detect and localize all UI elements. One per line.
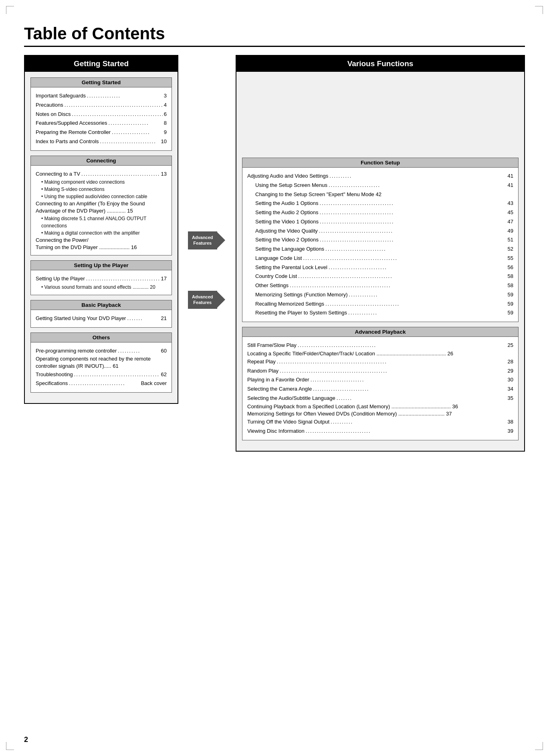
entry-setup-screen-menus: Using the Setup Screen Menus ...........…	[255, 181, 513, 190]
left-column: Getting Started Getting Started Importan…	[24, 55, 178, 411]
entry-tv: Connecting to a TV .....................…	[36, 170, 167, 179]
corner-mark-tr	[535, 6, 543, 14]
entry-resetting: Resetting the Player to System Settings …	[255, 308, 513, 318]
function-setup-content: Adjusting Audio and Video Settings .....…	[242, 168, 518, 322]
entry-still-frame: Still Frame/Slow Play ..................…	[247, 341, 513, 350]
arrow-head-2	[217, 292, 225, 308]
others-inner-header: Others	[31, 333, 172, 343]
others-inner-box: Others Pre-programming remote controller…	[30, 332, 172, 393]
advanced-features-label-2: AdvancedFeatures	[188, 291, 217, 309]
entry-video1: Setting the Video 1 Options ............…	[255, 217, 513, 227]
corner-mark-br	[535, 742, 543, 750]
entry-safeguards: Important Safeguards ............... 3	[36, 91, 167, 101]
entry-expert-mode: Changing to the Setup Screen "Expert" Me…	[255, 190, 513, 199]
entry-subtitle-lang: Selecting the Audio/Subtitle Language ..…	[247, 394, 513, 403]
setting-up-inner-header: Setting Up the Player	[31, 261, 172, 270]
entry-random: Random Play ............................…	[247, 367, 513, 376]
setting-up-content: Setting Up the Player ..................…	[31, 270, 172, 295]
entry-index-parts: Index to Parts and Controls ............…	[36, 137, 167, 146]
entry-lang-code: Language Code List .....................…	[255, 254, 513, 263]
title-divider	[24, 46, 525, 47]
advanced-playback-content: Still Frame/Slow Play ..................…	[242, 337, 518, 440]
connecting-inner-box: Connecting Connecting to a TV ..........…	[30, 156, 172, 256]
entry-locating: Locating a Specific Title/Folder/Chapter…	[247, 350, 513, 357]
entry-disc-info: Viewing Disc Information ...............…	[247, 427, 513, 436]
arrow-playback: AdvancedFeatures	[188, 291, 225, 309]
advanced-playback-inner-box: Advanced Playback Still Frame/Slow Play …	[242, 327, 519, 440]
getting-started-outer-header: Getting Started	[25, 56, 178, 72]
entry-parental: Setting the Parental Lock Level ........…	[255, 263, 513, 272]
entry-last-memory: Continuing Playback from a Specified Loc…	[247, 403, 513, 410]
entry-camera-angle: Selecting the Camera Angle .............…	[247, 385, 513, 394]
connecting-content: Connecting to a TV .....................…	[31, 166, 172, 255]
entry-preprogramming: Pre-programming remote controller ......…	[36, 347, 167, 356]
entry-condition-memory: Memorizing Settings for Often Viewed DVD…	[247, 410, 513, 418]
entry-setup-subs: Various sound formats and sound effects …	[41, 284, 167, 291]
entry-favorite-order: Playing in a Favorite Order ............…	[247, 375, 513, 385]
arrow-setup: AdvancedFeatures	[188, 231, 225, 249]
advanced-features-label-1: AdvancedFeatures	[188, 231, 217, 249]
function-setup-inner-header: Function Setup	[242, 158, 518, 168]
basic-playback-content: Getting Started Using Your DVD Player ..…	[31, 310, 172, 327]
basic-playback-inner-box: Basic Playback Getting Started Using You…	[30, 300, 172, 328]
top-spacer	[242, 77, 519, 158]
advanced-features-arrow-1: AdvancedFeatures	[188, 231, 225, 249]
advanced-features-arrow-2: AdvancedFeatures	[188, 291, 225, 309]
function-setup-sub-entries: Using the Setup Screen Menus ...........…	[255, 181, 513, 318]
basic-playback-inner-header: Basic Playback	[31, 300, 172, 310]
getting-started-inner-header: Getting Started	[31, 78, 172, 87]
entry-recalling: Recalling Memorized Settings ...........…	[255, 300, 513, 309]
entry-precautions: Precautions ............................…	[36, 101, 167, 110]
function-setup-inner-box: Function Setup Adjusting Audio and Video…	[242, 158, 519, 322]
entry-amplifier: Connecting to an Amplifier (To Enjoy the…	[36, 200, 167, 215]
connecting-inner-header: Connecting	[31, 156, 172, 166]
various-functions-outer-header: Various Functions	[236, 56, 524, 72]
entry-repeat: Repeat Play ............................…	[247, 357, 513, 367]
entry-features: Features/Supplied Accessories ..........…	[36, 119, 167, 128]
advanced-playback-inner-header: Advanced Playback	[242, 327, 518, 337]
setting-up-inner-box: Setting Up the Player Setting Up the Pla…	[30, 260, 172, 295]
getting-started-outer-box: Getting Started Getting Started Importan…	[24, 55, 178, 404]
entry-troubleshooting: Troubleshooting ........................…	[36, 370, 167, 379]
entry-setup-player: Setting Up the Player ..................…	[36, 274, 167, 284]
entry-tv-subs: Making component video connections Makin…	[41, 178, 167, 200]
right-column: Various Functions Function Setup Adjusti…	[236, 55, 525, 459]
arrow-head-1	[217, 232, 225, 248]
entry-language: Setting the Language Options ...........…	[255, 245, 513, 254]
corner-mark-bl	[6, 742, 14, 750]
page-number: 2	[24, 736, 28, 744]
entry-power: Connecting the Power/Turning on the DVD …	[36, 237, 167, 251]
entry-memorizing: Memorizing Settings (Function Memory) ..…	[255, 290, 513, 300]
entry-specifications: Specifications .........................…	[36, 379, 167, 388]
entry-getting-started-dvd: Getting Started Using Your DVD Player ..…	[36, 314, 167, 323]
entry-audio2: Setting the Audio 2 Options ............…	[255, 208, 513, 217]
entry-remote: Preparing the Remote Controller ........…	[36, 128, 167, 137]
various-functions-outer-box: Various Functions Function Setup Adjusti…	[236, 55, 525, 452]
entry-country-code: Country Code List ......................…	[255, 272, 513, 281]
entry-notes-discs: Notes on Discs .........................…	[36, 110, 167, 119]
entry-amplifier-subs: Making discrete 5.1 channel ANALOG OUTPU…	[41, 215, 167, 237]
getting-started-content: Important Safeguards ............... 3 P…	[31, 87, 172, 150]
entry-operating: Operating components not reached by the …	[36, 355, 167, 370]
page-title: Table of Contents	[24, 24, 525, 43]
entry-audio1: Setting the Audio 1 Options ............…	[255, 199, 513, 208]
entry-video2: Setting the Video 2 Options ............…	[255, 235, 513, 245]
various-functions-outer-body: Function Setup Adjusting Audio and Video…	[236, 72, 524, 451]
getting-started-outer-body: Getting Started Important Safeguards ...…	[25, 72, 178, 403]
others-content: Pre-programming remote controller ......…	[31, 343, 172, 393]
entry-video-signal-off: Turning Off the Video Signal Output ....…	[247, 418, 513, 427]
entry-video-quality: Adjusting the Video Quality ............…	[255, 227, 513, 236]
corner-mark-tl	[6, 6, 14, 14]
entry-adjusting-av: Adjusting Audio and Video Settings .....…	[247, 172, 513, 181]
entry-other-settings: Other Settings .........................…	[255, 281, 513, 290]
getting-started-inner-box: Getting Started Important Safeguards ...…	[30, 77, 172, 151]
